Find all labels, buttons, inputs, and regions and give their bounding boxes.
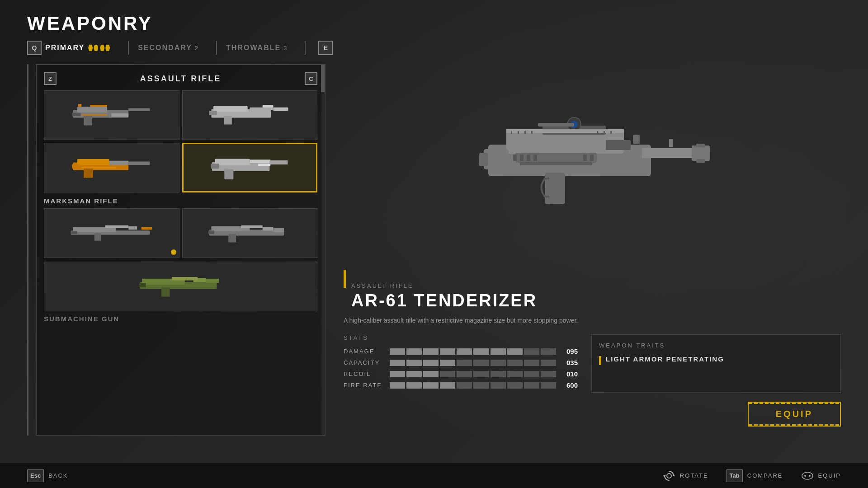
weapon-silhouette-ar4 (193, 151, 306, 184)
svg-rect-54 (692, 145, 710, 161)
marksman-rifle-grid (44, 208, 317, 258)
svg-point-88 (804, 475, 806, 477)
weapon-silhouette-mr1 (54, 216, 169, 250)
tab-separator-3 (305, 41, 306, 55)
scroll-thumb[interactable] (321, 65, 325, 92)
weapon-card-mr2[interactable] (182, 208, 318, 258)
weapon-card-ar3[interactable] (44, 143, 179, 192)
equip-bottom-action: EQUIP (801, 469, 841, 482)
assault-rifle-header: Z ASSAULT RIFLE C (44, 72, 317, 85)
svg-rect-14 (209, 111, 217, 115)
svg-rect-20 (129, 162, 150, 165)
submachine-gun-label: SUBMACHINE GUN (44, 315, 317, 323)
rotate-label: ROTATE (680, 472, 708, 479)
svg-point-87 (802, 472, 813, 479)
svg-rect-65 (479, 153, 488, 166)
svg-rect-2 (84, 116, 92, 126)
scroll-bar[interactable] (321, 65, 325, 435)
svg-rect-61 (506, 129, 624, 133)
svg-rect-3 (112, 113, 129, 117)
trait-item: LIGHT ARMOR PENETRATING (599, 355, 833, 365)
svg-rect-60 (538, 123, 574, 127)
weapon-card-mr3[interactable] (44, 262, 317, 311)
svg-rect-70 (531, 131, 533, 134)
compare-key: Tab (726, 469, 743, 482)
svg-point-84 (667, 474, 671, 478)
svg-rect-56 (696, 159, 705, 163)
svg-rect-12 (224, 116, 232, 125)
main-content: Z ASSAULT RIFLE C (0, 55, 868, 463)
svg-rect-77 (533, 155, 537, 161)
weapon-type-label: ASSAULT RIFLE (351, 282, 537, 289)
svg-rect-75 (520, 155, 524, 161)
weapon-detail-panel: ASSAULT RIFLE AR-61 TENDERIZER A high-ca… (326, 64, 841, 436)
weapon-card-ar1[interactable] (44, 90, 179, 140)
stats-section: STATS DAMAGE095CAPACITY035RECOIL010FIRE … (344, 334, 578, 393)
stat-row-damage: DAMAGE095 (344, 347, 578, 355)
marksman-rifle-label: MARKSMAN RIFLE (44, 197, 317, 205)
svg-rect-39 (228, 234, 236, 243)
svg-rect-80 (633, 135, 640, 144)
svg-rect-4 (129, 108, 150, 111)
svg-rect-7 (90, 105, 108, 107)
svg-rect-25 (224, 169, 233, 179)
equip-button[interactable]: EQUIP (748, 402, 841, 427)
weapon-card-mr1[interactable] (44, 208, 179, 258)
weapon-silhouette-ar1 (54, 98, 169, 132)
stat-row-recoil: RECOIL010 (344, 370, 578, 378)
compare-action: Tab COMPARE (726, 469, 783, 482)
header: WEAPONRY Q PRIMARY 1 SECONDARY 2 THROWAB… (0, 0, 868, 55)
svg-rect-67 (511, 131, 512, 134)
tab-next-key[interactable]: E (318, 41, 333, 55)
equip-area: EQUIP (344, 402, 841, 427)
stat-row-fire rate: FIRE RATE600 (344, 381, 578, 389)
svg-rect-49 (139, 283, 146, 287)
next-category-key[interactable]: C (305, 72, 317, 85)
equip-bottom-icon (801, 469, 814, 482)
svg-rect-74 (513, 155, 517, 161)
back-label: BACK (48, 472, 68, 479)
weapon-3d-view (461, 99, 723, 235)
svg-rect-18 (84, 169, 93, 178)
svg-rect-43 (208, 230, 214, 234)
stats-rows: DAMAGE095CAPACITY035RECOIL010FIRE RATE60… (344, 347, 578, 389)
tab-prev-key[interactable]: Q (27, 41, 42, 55)
svg-rect-36 (142, 227, 152, 230)
weapon-silhouette-ar3 (54, 150, 169, 185)
traits-title: WEAPON TRAITS (599, 342, 833, 349)
tab-bar: Q PRIMARY 1 SECONDARY 2 THROWABLE 3 E (27, 41, 841, 55)
stats-title: STATS (344, 334, 578, 341)
back-key: Esc (27, 469, 44, 482)
tab-primary[interactable]: PRIMARY 1 (45, 41, 119, 55)
svg-rect-41 (241, 225, 262, 228)
svg-rect-24 (215, 159, 250, 165)
svg-rect-50 (206, 279, 219, 283)
svg-rect-34 (105, 225, 129, 228)
svg-point-89 (809, 475, 811, 477)
svg-rect-8 (82, 114, 108, 116)
weapon-silhouette-ar2 (193, 98, 307, 132)
svg-rect-68 (518, 131, 519, 134)
traits-rows: LIGHT ARMOR PENETRATING (599, 355, 833, 365)
stats-traits-container: STATS DAMAGE095CAPACITY035RECOIL010FIRE … (344, 334, 841, 393)
weapon-card-ar4[interactable] (182, 143, 318, 192)
svg-rect-82 (669, 139, 673, 147)
weapon-info: ASSAULT RIFLE AR-61 TENDERIZER A high-ca… (344, 270, 841, 436)
stat-row-capacity: CAPACITY035 (344, 359, 578, 366)
svg-rect-72 (604, 131, 605, 134)
prev-category-key[interactable]: Z (44, 72, 57, 85)
tab-secondary[interactable]: SECONDARY 2 (138, 41, 207, 55)
weapon-silhouette-mr2 (193, 216, 307, 250)
svg-rect-48 (172, 277, 198, 281)
weapon-card-ar2[interactable] (182, 90, 318, 140)
svg-rect-46 (161, 287, 170, 297)
svg-rect-40 (263, 227, 274, 231)
weapon-list-panel: Z ASSAULT RIFLE C (27, 64, 326, 436)
back-action: Esc BACK (27, 469, 68, 482)
tab-throwable[interactable]: THROWABLE 3 (226, 41, 296, 55)
svg-rect-1 (77, 107, 107, 113)
svg-rect-33 (129, 226, 137, 230)
svg-rect-42 (273, 228, 284, 232)
page-title: WEAPONRY (27, 13, 841, 34)
svg-rect-83 (520, 162, 592, 165)
